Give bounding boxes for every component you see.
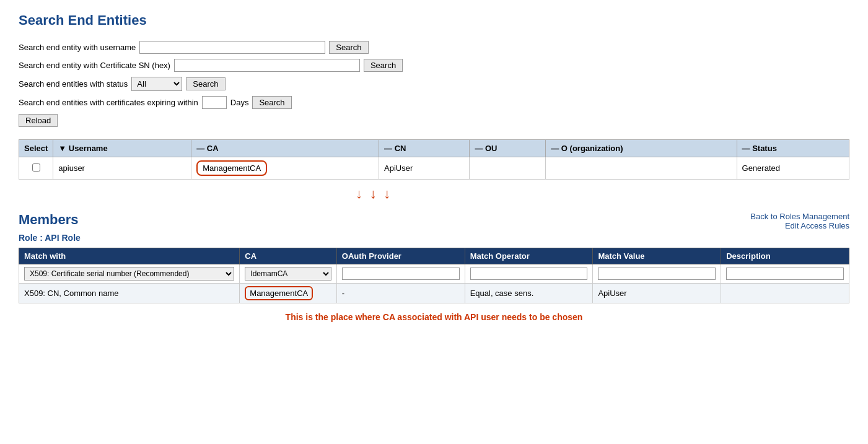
row-status: Generated [737, 157, 849, 180]
members-row1-value-input[interactable] [598, 268, 716, 280]
search-status-label: Search end entities with status [19, 79, 128, 89]
search-status-button[interactable]: Search [186, 77, 225, 90]
members-row1-matchwith-select[interactable]: X509: Certificate serial number (Recomme… [24, 267, 234, 281]
col-username[interactable]: ▼ Username [53, 140, 191, 157]
search-expiry-label: Search end entities with certificates ex… [19, 98, 198, 107]
row-username: apiuser [53, 157, 191, 180]
arrow-down-3: ↓ [384, 186, 390, 202]
members-col-matchwith: Match with [19, 248, 240, 264]
search-certsn-row: Search end entity with Certificate SN (h… [19, 59, 849, 72]
search-certsn-label: Search end entity with Certificate SN (h… [19, 61, 170, 70]
search-expiry-row: Search end entities with certificates ex… [19, 96, 849, 109]
reload-section: Reload [19, 114, 849, 127]
members-row1-value [593, 264, 721, 284]
members-row2-value: ApiUser [593, 284, 721, 303]
members-row2-desc [721, 284, 849, 303]
search-certsn-button[interactable]: Search [364, 59, 403, 72]
row-ca-value: ManagementCA [196, 160, 267, 176]
search-expiry-input[interactable] [202, 96, 227, 109]
reload-button[interactable]: Reload [19, 114, 58, 127]
col-status[interactable]: — Status [737, 140, 849, 157]
members-row2-oauth: - [336, 284, 465, 303]
members-row1-operator [465, 264, 593, 284]
members-table: Match with CA OAuth Provider Match Opera… [19, 248, 849, 303]
members-row2-ca-value: ManagementCA [245, 286, 313, 300]
entity-table: Select ▼ Username — CA — CN — OU — O (or… [19, 139, 849, 180]
members-row1-ca: IdemamCA ManagementCA [240, 264, 337, 284]
members-title: Members [19, 212, 849, 228]
row-checkbox[interactable] [32, 163, 40, 172]
edit-access-rules-link[interactable]: Edit Access Rules [750, 221, 849, 230]
members-row2-operator: Equal, case sens. [465, 284, 593, 303]
row-ou [470, 157, 546, 180]
search-status-row: Search end entities with status All Acti… [19, 77, 849, 91]
members-row1-ca-select[interactable]: IdemamCA ManagementCA [245, 267, 331, 281]
search-expiry-days-label: Days [230, 98, 249, 107]
role-label: Role : API Role [19, 233, 849, 243]
row-org [546, 157, 737, 180]
members-row1-oauth-input[interactable] [342, 268, 460, 280]
search-username-input[interactable] [139, 41, 325, 54]
page-title: Search End Entities [19, 12, 849, 28]
search-certsn-input[interactable] [174, 59, 360, 72]
top-links: Back to Roles Management Edit Access Rul… [750, 212, 849, 230]
search-section: Search end entity with username Search S… [19, 41, 849, 109]
search-username-label: Search end entity with username [19, 43, 136, 52]
col-org[interactable]: — O (organization) [546, 140, 737, 157]
members-col-value: Match Value [593, 248, 721, 264]
col-ou[interactable]: — OU [470, 140, 546, 157]
col-ca[interactable]: — CA [191, 140, 379, 157]
members-row1-matchwith: X509: Certificate serial number (Recomme… [19, 264, 240, 284]
members-col-desc: Description [721, 248, 849, 264]
members-row1-oauth [336, 264, 465, 284]
members-row-2: X509: CN, Common name ManagementCA - Equ… [19, 284, 849, 303]
table-row: apiuser ManagementCA ApiUser Generated [19, 157, 849, 180]
arrow-down-2: ↓ [370, 186, 377, 202]
members-col-ca: CA [240, 248, 337, 264]
members-row1-desc-input[interactable] [726, 268, 844, 280]
members-row-1: X509: Certificate serial number (Recomme… [19, 264, 849, 284]
bottom-note: This is the place where CA associated wi… [19, 312, 849, 322]
search-status-select[interactable]: All Active Revoked [131, 77, 182, 91]
col-select: Select [19, 140, 53, 157]
members-row1-desc [721, 264, 849, 284]
members-col-oauth: OAuth Provider [336, 248, 465, 264]
search-username-button[interactable]: Search [329, 41, 368, 54]
col-cn[interactable]: — CN [379, 140, 470, 157]
members-row2-ca: ManagementCA [240, 284, 337, 303]
row-ca: ManagementCA [191, 157, 379, 180]
members-header: Back to Roles Management Edit Access Rul… [19, 212, 849, 230]
members-col-operator: Match Operator [465, 248, 593, 264]
back-to-roles-link[interactable]: Back to Roles Management [750, 212, 849, 221]
row-checkbox-cell [19, 157, 53, 180]
members-row1-operator-input[interactable] [470, 268, 588, 280]
search-expiry-button[interactable]: Search [252, 96, 291, 109]
members-row2-matchwith: X509: CN, Common name [19, 284, 240, 303]
row-cn: ApiUser [379, 157, 470, 180]
arrows-indicator: ↓ ↓ ↓ [19, 186, 849, 202]
arrow-down-1: ↓ [356, 186, 362, 202]
search-username-row: Search end entity with username Search [19, 41, 849, 54]
